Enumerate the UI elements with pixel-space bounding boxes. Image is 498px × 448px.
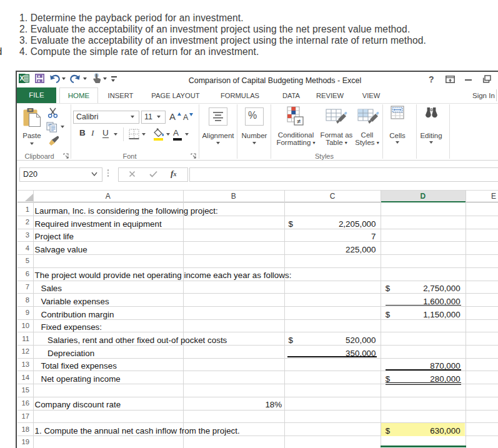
svg-text:X: X xyxy=(19,74,24,82)
svg-text:≠: ≠ xyxy=(297,117,301,125)
